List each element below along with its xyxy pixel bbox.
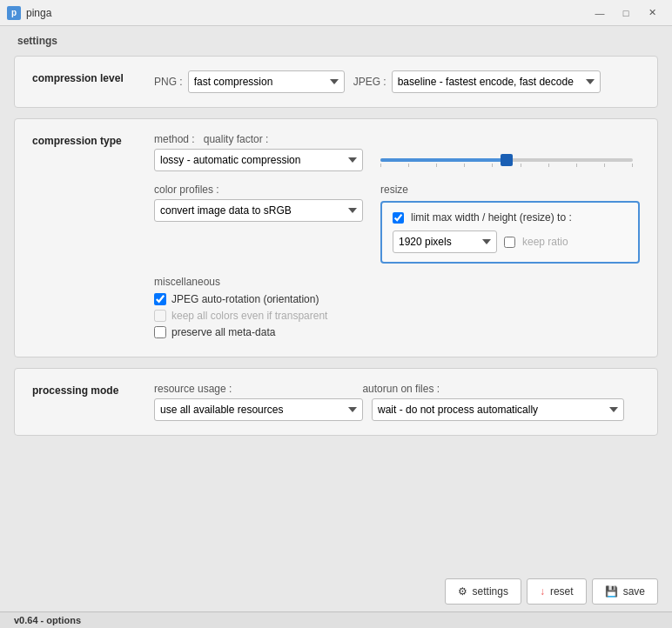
preserve-meta-label: preserve all meta-data (171, 326, 275, 338)
color-col: color profiles : convert image data to s… (154, 184, 363, 222)
quality-slider-container (380, 158, 633, 162)
compression-type-section: compression type method : quality factor… (14, 118, 658, 357)
window-controls: — □ ✕ (587, 4, 665, 22)
method-label: method : (154, 133, 195, 145)
color-select[interactable]: convert image data to sRGB (154, 199, 363, 222)
settings-icon: ⚙ (458, 585, 467, 598)
window-title: pinga (26, 7, 587, 19)
preserve-meta-checkbox[interactable] (154, 326, 166, 338)
resource-select[interactable]: use all available resources (154, 398, 363, 421)
save-button-label: save (623, 585, 645, 598)
jpeg-select[interactable]: baseline - fastest encode, fast decode (392, 70, 601, 93)
compression-type-row: compression type method : quality factor… (32, 133, 640, 343)
bottom-bar: ⚙ settings ↓ reset 💾 save (0, 571, 672, 611)
processing-mode-content: resource usage : autorun on files : use … (154, 383, 640, 421)
compression-type-label: compression type (32, 133, 154, 147)
compression-type-content: method : quality factor : lossy - automa… (154, 133, 640, 343)
jpeg-rotation-label: JPEG auto-rotation (orientation) (171, 293, 319, 305)
processing-mode-row: processing mode resource usage : autorun… (32, 383, 640, 421)
misc-title: miscellaneous (154, 276, 640, 288)
color-label: color profiles : (154, 184, 363, 196)
jpeg-rotation-checkbox[interactable] (154, 293, 166, 305)
jpeg-field-group: JPEG : baseline - fastest encode, fast d… (353, 70, 601, 93)
keep-colors-checkbox[interactable] (154, 310, 166, 322)
status-text: v0.64 - options (14, 615, 81, 625)
minimize-button[interactable]: — (587, 4, 613, 22)
tick (492, 164, 493, 167)
app-body: settings compression level PNG : fast co… (0, 26, 672, 571)
save-button[interactable]: 💾 save (592, 578, 658, 605)
compression-level-fields: PNG : fast compression JPEG : baseline -… (154, 70, 640, 93)
tick (380, 164, 381, 167)
title-bar: p pinga — □ ✕ (0, 0, 672, 26)
keep-ratio-checkbox[interactable] (504, 237, 515, 248)
keep-colors-label: keep all colors even if transparent (171, 310, 327, 322)
slider-fill (380, 158, 507, 162)
processing-mode-label: processing mode (32, 383, 154, 397)
png-field-group: PNG : fast compression (154, 70, 345, 93)
tick (436, 164, 437, 167)
tick (604, 164, 605, 167)
color-resize-row: color profiles : convert image data to s… (154, 184, 640, 264)
quality-group: quality factor : (204, 133, 269, 145)
compression-level-label: compression level (32, 70, 154, 84)
png-label: PNG : (154, 76, 183, 88)
autorun-select[interactable]: wait - do not process automatically (372, 398, 624, 421)
maximize-button[interactable]: □ (613, 4, 639, 22)
close-button[interactable]: ✕ (639, 4, 665, 22)
method-select[interactable]: lossy - automatic compression (154, 149, 363, 171)
png-select[interactable]: fast compression (188, 70, 345, 93)
method-select-quality-slider: lossy - automatic compression (154, 149, 640, 171)
resize-box: limit max width / height (resize) to : 1… (380, 201, 640, 264)
compression-level-section: compression level PNG : fast compression… (14, 56, 658, 108)
resize-pixels-row: 1920 pixels keep ratio (393, 230, 628, 253)
reset-button-label: reset (550, 585, 574, 598)
resource-autorun-labels: resource usage : autorun on files : (154, 383, 640, 395)
resize-checkbox-label: limit max width / height (resize) to : (411, 211, 572, 224)
method-group: method : (154, 133, 195, 145)
quality-slider-wrapper (380, 153, 633, 167)
autorun-label: autorun on files : (362, 383, 440, 395)
save-icon: 💾 (605, 585, 618, 598)
settings-button[interactable]: ⚙ settings (445, 578, 521, 605)
tick (548, 164, 549, 167)
misc-section: miscellaneous JPEG auto-rotation (orient… (154, 276, 640, 338)
method-quality-row: method : quality factor : (154, 133, 640, 145)
tick (576, 164, 577, 167)
resource-label: resource usage : (154, 383, 232, 395)
reset-button[interactable]: ↓ reset (527, 578, 587, 605)
tick (464, 164, 465, 167)
keep-colors-row: keep all colors even if transparent (154, 310, 640, 322)
keep-ratio-label: keep ratio (522, 236, 568, 248)
resize-checkbox[interactable] (393, 212, 404, 224)
resize-title: resize (380, 184, 640, 196)
resource-autorun-selects: use all available resources wait - do no… (154, 398, 640, 421)
quality-label: quality factor : (204, 133, 269, 145)
compression-level-row: compression level PNG : fast compression… (32, 70, 640, 93)
tick (408, 164, 409, 167)
tick (632, 164, 633, 167)
settings-header: settings (17, 35, 658, 47)
jpeg-rotation-row: JPEG auto-rotation (orientation) (154, 293, 640, 305)
resize-col: resize limit max width / height (resize)… (380, 184, 640, 264)
tick (521, 164, 521, 167)
reset-icon: ↓ (540, 585, 545, 598)
slider-track[interactable] (380, 158, 633, 162)
settings-button-label: settings (473, 585, 508, 598)
status-bar: v0.64 - options (0, 611, 672, 628)
slider-thumb[interactable] (501, 154, 513, 166)
jpeg-label: JPEG : (353, 76, 386, 88)
processing-mode-section: processing mode resource usage : autorun… (14, 368, 658, 436)
preserve-meta-row: preserve all meta-data (154, 326, 640, 338)
app-icon: p (7, 6, 21, 20)
compression-level-content: PNG : fast compression JPEG : baseline -… (154, 70, 640, 93)
resize-pixels-select[interactable]: 1920 pixels (393, 230, 497, 253)
resize-checkbox-row: limit max width / height (resize) to : (393, 211, 628, 224)
